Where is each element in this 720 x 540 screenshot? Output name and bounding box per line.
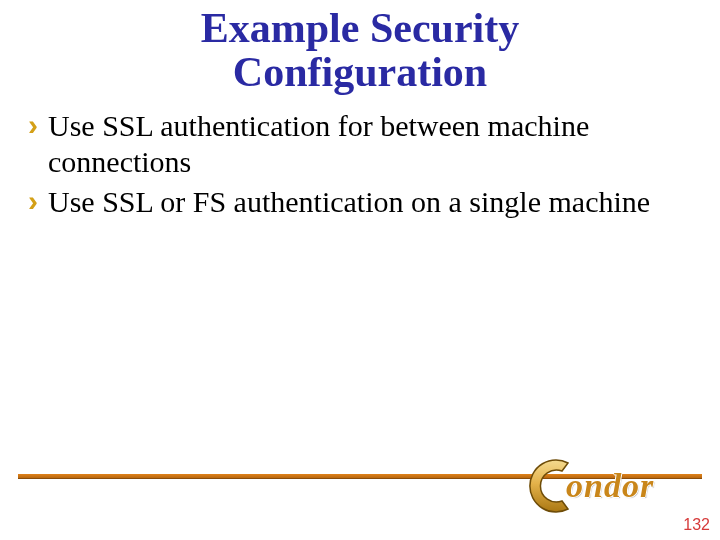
slide-title: Example Security Configuration: [0, 0, 720, 94]
logo-text: ondor: [566, 467, 654, 505]
slide-body: › Use SSL authentication for between mac…: [0, 94, 720, 220]
title-line-1: Example Security: [0, 6, 720, 50]
bullet-item: › Use SSL or FS authentication on a sing…: [28, 184, 692, 220]
chevron-right-icon: ›: [28, 110, 38, 140]
bullet-text: Use SSL authentication for between machi…: [48, 108, 692, 180]
slide-footer: ondor: [0, 448, 720, 508]
bullet-item: › Use SSL authentication for between mac…: [28, 108, 692, 180]
title-line-2: Configuration: [0, 50, 720, 94]
bullet-text: Use SSL or FS authentication on a single…: [48, 184, 650, 220]
chevron-right-icon: ›: [28, 186, 38, 216]
page-number: 132: [683, 516, 710, 534]
condor-logo: ondor: [516, 451, 696, 521]
